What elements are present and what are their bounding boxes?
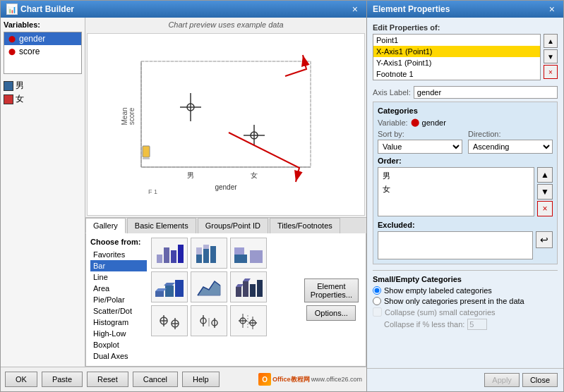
ep-list-up-btn[interactable]: ▲ [544, 34, 558, 48]
gallery-item-dualaxes[interactable]: Dual Axes [90, 350, 147, 362]
gallery-item-favorites[interactable]: Favorites [90, 249, 147, 260]
ep-sortdir-row: Sort by: Value Label Count Direction: As… [378, 130, 553, 154]
ep-direction-group: Direction: Ascending Descending [468, 130, 553, 154]
variable-item-gender[interactable]: ⬤ gender [4, 32, 81, 45]
ep-edit-label: Edit Properties of: [373, 23, 558, 32]
ep-radio-show-present-input[interactable] [373, 297, 381, 305]
ep-item-list[interactable]: Point1 X-Axis1 (Point1) Y-Axis1 (Point1)… [373, 34, 541, 80]
gallery-item-line[interactable]: Line [90, 271, 147, 283]
chart-icon-9[interactable] [230, 305, 267, 336]
options-button[interactable]: Options... [306, 305, 356, 321]
svg-text:score: score [128, 107, 136, 125]
ok-button[interactable]: OK [5, 372, 37, 387]
ep-order-section: Order: 男 女 ▲ ▼ × [378, 157, 553, 216]
ep-collapse-value-input[interactable] [467, 319, 487, 330]
svg-marker-40 [243, 278, 251, 281]
ep-direction-select[interactable]: Ascending Descending [468, 140, 553, 154]
ep-apply-btn[interactable]: Apply [484, 373, 520, 387]
legend-male-label: 男 [16, 80, 24, 92]
ep-order-down-btn[interactable]: ▼ [537, 184, 553, 200]
ep-radio-show-empty: Show empty labeled categories [373, 286, 558, 295]
chart-icon-6[interactable] [230, 271, 267, 302]
office-icon: O [258, 373, 271, 386]
chart-icon-4[interactable] [151, 271, 188, 302]
legend-female-label: 女 [16, 93, 24, 105]
legend-male-color [4, 81, 13, 91]
svg-text:F 1: F 1 [148, 188, 157, 195]
ep-order-item-male[interactable]: 男 [380, 169, 532, 183]
office-text: Office教程网 [272, 375, 310, 384]
gallery-item-area[interactable]: Area [90, 283, 147, 294]
gender-icon: ⬤ [7, 34, 17, 44]
ep-show-empty-label: Show empty labeled categories [384, 286, 492, 295]
ep-categories-title: Categories [378, 106, 553, 115]
chart-icon-3[interactable] [230, 238, 267, 269]
ep-order-item-female[interactable]: 女 [380, 183, 532, 196]
score-icon: ⬤ [7, 47, 17, 56]
tab-gallery[interactable]: Gallery [85, 218, 126, 233]
chart-icon-8[interactable] [191, 305, 227, 336]
svg-text:gender: gender [215, 183, 237, 191]
svg-text:女: 女 [251, 171, 258, 179]
ep-order-list: 男 女 [378, 167, 534, 216]
ep-variable-icon: ⬤ [411, 118, 419, 127]
ep-list-down-btn[interactable]: ▼ [544, 49, 558, 63]
tab-basic[interactable]: Basic Elements [127, 218, 196, 233]
cancel-button[interactable]: Cancel [133, 372, 178, 387]
ep-list-delete-btn[interactable]: × [544, 65, 558, 79]
variables-panel: Variables: ⬤ gender ⬤ score 男 [1, 18, 85, 367]
ep-excluded-add-btn[interactable]: ↩ [536, 231, 553, 248]
ep-radio-show-present: Show only categories present in the data [373, 297, 558, 305]
ep-excluded-area: ↩ [378, 231, 553, 259]
svg-rect-0 [141, 61, 311, 167]
chart-icon-7[interactable] [151, 305, 188, 336]
ep-close-button[interactable]: × [546, 4, 558, 15]
chart-svg: Mean score [113, 54, 339, 195]
ep-item-list-row: Point1 X-Axis1 (Point1) Y-Axis1 (Point1)… [373, 34, 558, 80]
ep-order-buttons: ▲ ▼ × [537, 167, 553, 216]
reset-button[interactable]: Reset [87, 372, 128, 387]
ep-axis-label-input[interactable] [414, 86, 558, 99]
gallery-item-bar[interactable]: Bar [90, 260, 147, 271]
variable-item-score[interactable]: ⬤ score [4, 45, 81, 58]
chart-builder-icon: 📊 [6, 4, 18, 15]
gallery-item-boxplot[interactable]: Boxplot [90, 339, 147, 350]
svg-rect-37 [236, 287, 241, 297]
ep-radio-show-empty-input[interactable] [373, 286, 381, 295]
variable-list: ⬤ gender ⬤ score [4, 32, 82, 74]
gallery-item-histogram[interactable]: Histogram [90, 317, 147, 328]
chart-icon-1[interactable] [151, 238, 188, 269]
ep-order-delete-btn[interactable]: × [537, 201, 553, 216]
tabs-row: Gallery Basic Elements Groups/Point ID T… [85, 218, 366, 233]
ep-close-btn[interactable]: Close [522, 373, 558, 387]
legend-male: 男 [4, 80, 82, 92]
bottom-section: Gallery Basic Elements Groups/Point ID T… [85, 217, 366, 367]
svg-marker-35 [164, 283, 175, 286]
gallery-item-piepolar[interactable]: Pie/Polar [90, 294, 147, 305]
svg-rect-39 [243, 281, 248, 297]
element-properties-window: Element Properties × Edit Properties of:… [367, 0, 564, 392]
ep-item-yaxis1[interactable]: Y-Axis1 (Point1) [373, 57, 540, 68]
chart-preview-label: Chart preview uses example data [85, 18, 366, 32]
gallery-item-scatter[interactable]: Scatter/Dot [90, 305, 147, 317]
chart-icon-2[interactable] [191, 238, 227, 269]
ep-collapse-checkbox[interactable] [373, 307, 382, 317]
ep-sortby-select[interactable]: Value Label Count [378, 140, 462, 154]
help-button[interactable]: Help [182, 372, 220, 387]
chart-builder-close-button[interactable]: × [349, 4, 361, 15]
element-properties-button[interactable]: ElementProperties... [304, 278, 359, 302]
gallery-choose-label: Choose from: [90, 238, 147, 246]
right-buttons: ElementProperties... Options... [301, 238, 361, 362]
ep-bottom-buttons: Apply Close [367, 368, 563, 391]
ep-item-xaxis1[interactable]: X-Axis1 (Point1) [373, 46, 540, 57]
ep-collapse-label: Collapse (sum) small categories [385, 308, 496, 317]
ep-item-footnote1[interactable]: Footnote 1 [373, 68, 540, 80]
ep-item-point1[interactable]: Point1 [373, 35, 540, 46]
tab-groups[interactable]: Groups/Point ID [198, 218, 268, 233]
paste-button[interactable]: Paste [42, 372, 83, 387]
ep-order-up-btn[interactable]: ▲ [537, 167, 553, 183]
chart-icon-5[interactable] [191, 271, 227, 302]
tab-titles[interactable]: Titles/Footnotes [270, 218, 340, 233]
gallery-item-highlow[interactable]: High-Low [90, 328, 147, 339]
ep-edit-section: Edit Properties of: Point1 X-Axis1 (Poin… [373, 23, 558, 80]
